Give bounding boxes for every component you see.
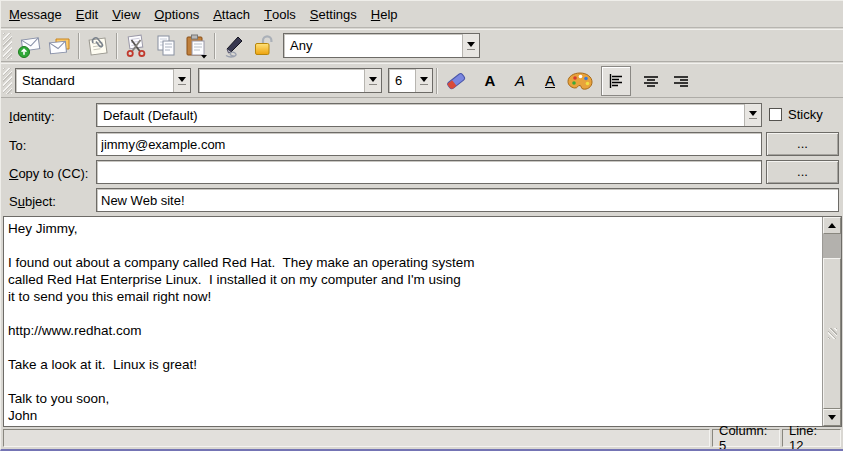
palette-icon bbox=[566, 68, 594, 94]
menu-tools[interactable]: Tools bbox=[257, 1, 303, 27]
status-column-indicator: Column: 5 bbox=[712, 429, 780, 447]
main-toolbar: Any bbox=[1, 29, 843, 62]
editor-scrollbar[interactable] bbox=[822, 217, 841, 426]
chevron-down-icon[interactable] bbox=[415, 69, 432, 92]
scrollbar-trough[interactable] bbox=[823, 234, 841, 258]
send-button[interactable] bbox=[15, 31, 45, 61]
paste-button[interactable] bbox=[181, 31, 211, 61]
text-color-button[interactable] bbox=[565, 66, 595, 96]
format-toolbar: Standard 6 A A A bbox=[1, 63, 843, 98]
arrow-down-icon bbox=[828, 415, 836, 420]
cc-field-wrap bbox=[96, 160, 762, 184]
identity-combo[interactable]: Default (Default) bbox=[96, 103, 762, 127]
font-size-value: 6 bbox=[389, 69, 415, 92]
toolbar-drag-handle[interactable] bbox=[3, 68, 12, 94]
sticky-checkbox[interactable] bbox=[769, 108, 782, 121]
attach-button[interactable] bbox=[83, 31, 113, 61]
paste-icon bbox=[183, 33, 209, 59]
arrow-up-icon bbox=[828, 223, 836, 228]
menu-help[interactable]: Help bbox=[364, 1, 405, 27]
crypto-format-combo[interactable]: Any bbox=[283, 33, 480, 58]
align-right-icon bbox=[672, 72, 690, 90]
menu-options[interactable]: Options bbox=[147, 1, 206, 27]
to-input[interactable] bbox=[97, 133, 761, 155]
to-address-book-button[interactable]: ... bbox=[766, 132, 839, 156]
cc-address-book-button[interactable]: ... bbox=[766, 160, 839, 184]
paragraph-style-combo[interactable]: Standard bbox=[15, 68, 191, 93]
encrypt-button[interactable] bbox=[249, 31, 279, 61]
paragraph-style-value: Standard bbox=[16, 69, 173, 92]
menu-edit[interactable]: Edit bbox=[69, 1, 105, 27]
toolbar-separator bbox=[214, 33, 216, 59]
menu-message[interactable]: Message bbox=[2, 1, 69, 27]
sticky-checkbox-row[interactable]: Sticky bbox=[769, 107, 823, 122]
identity-value: Default (Default) bbox=[97, 104, 744, 126]
cut-icon bbox=[123, 33, 149, 59]
eraser-button[interactable] bbox=[441, 66, 471, 96]
menu-settings[interactable]: Settings bbox=[303, 1, 364, 27]
statusbar: Column: 5 Line: 12 bbox=[1, 427, 843, 449]
toolbar-separator bbox=[436, 68, 438, 94]
underline-button[interactable]: A bbox=[535, 66, 565, 96]
cut-button[interactable] bbox=[121, 31, 151, 61]
subject-input[interactable] bbox=[97, 189, 838, 211]
bold-button[interactable]: A bbox=[475, 66, 505, 96]
underline-icon: A bbox=[545, 72, 555, 89]
attach-file-icon bbox=[85, 33, 111, 59]
align-left-icon bbox=[607, 72, 625, 90]
menu-view[interactable]: View bbox=[105, 1, 147, 27]
toolbar-separator bbox=[116, 33, 118, 59]
queue-mail-icon bbox=[47, 33, 73, 59]
encrypt-message-icon bbox=[251, 33, 277, 59]
scroll-up-button[interactable] bbox=[823, 217, 841, 234]
font-family-value bbox=[199, 69, 364, 92]
align-center-button[interactable] bbox=[636, 66, 666, 96]
chevron-down-icon[interactable] bbox=[173, 69, 190, 92]
subject-label: Subject: bbox=[9, 194, 56, 209]
eraser-icon bbox=[443, 68, 469, 94]
font-size-combo[interactable]: 6 bbox=[388, 68, 433, 93]
cc-input[interactable] bbox=[97, 161, 761, 183]
to-label: To: bbox=[9, 138, 26, 153]
sign-message-icon bbox=[221, 33, 247, 59]
chevron-down-icon[interactable] bbox=[462, 34, 479, 57]
status-line-indicator: Line: 12 bbox=[782, 429, 841, 447]
email-composer-window: Message Edit View Options Attach Tools S… bbox=[0, 0, 843, 451]
menubar: Message Edit View Options Attach Tools S… bbox=[1, 1, 843, 28]
cc-label: Copy to (CC): bbox=[9, 166, 88, 181]
queue-button[interactable] bbox=[45, 31, 75, 61]
sticky-label: Sticky bbox=[788, 107, 823, 122]
copy-icon bbox=[153, 33, 179, 59]
to-field-wrap bbox=[96, 132, 762, 156]
grip-icon bbox=[828, 328, 837, 339]
message-body-text[interactable]: Hey Jimmy, I found out about a company c… bbox=[4, 217, 822, 426]
italic-button[interactable]: A bbox=[505, 66, 535, 96]
menu-attach[interactable]: Attach bbox=[206, 1, 257, 27]
chevron-down-icon[interactable] bbox=[744, 104, 761, 126]
send-mail-icon bbox=[17, 33, 43, 59]
toolbar-drag-handle[interactable] bbox=[3, 33, 12, 59]
identity-label: Identity: bbox=[9, 109, 55, 124]
bold-icon: A bbox=[485, 72, 496, 89]
status-message-panel bbox=[3, 429, 710, 447]
italic-icon: A bbox=[515, 72, 525, 89]
chevron-down-icon[interactable] bbox=[364, 69, 381, 92]
scrollbar-thumb[interactable] bbox=[823, 258, 841, 409]
toolbar-separator bbox=[78, 33, 80, 59]
align-right-button[interactable] bbox=[666, 66, 696, 96]
sign-button[interactable] bbox=[219, 31, 249, 61]
align-left-button[interactable] bbox=[601, 66, 631, 96]
align-center-icon bbox=[642, 72, 660, 90]
subject-field-wrap bbox=[96, 188, 839, 212]
message-body-editor: Hey Jimmy, I found out about a company c… bbox=[3, 216, 842, 427]
copy-button[interactable] bbox=[151, 31, 181, 61]
font-family-combo[interactable] bbox=[198, 68, 382, 93]
crypto-format-value: Any bbox=[284, 34, 462, 57]
